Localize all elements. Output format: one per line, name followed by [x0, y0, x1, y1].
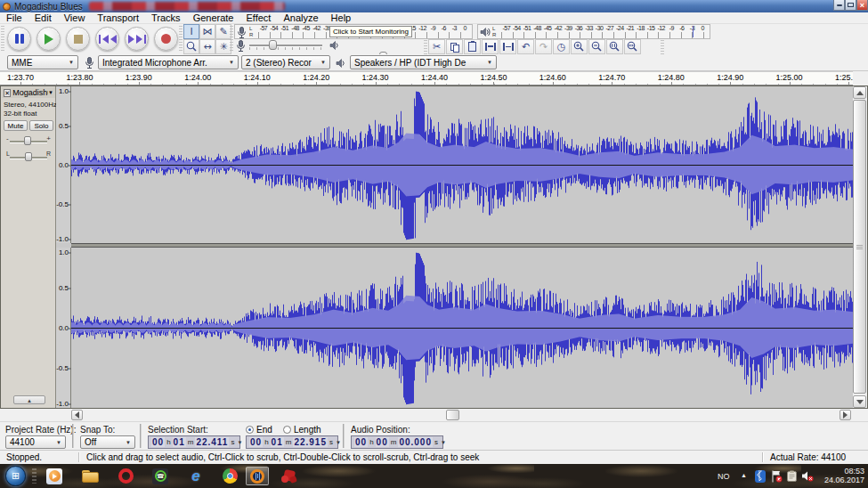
- gain-slider[interactable]: - +: [6, 134, 51, 147]
- waveform-right-channel[interactable]: [71, 248, 853, 408]
- amplitude-label: 0.5: [59, 284, 69, 292]
- amplitude-label: 0.0: [59, 324, 69, 332]
- show-hidden-icons[interactable]: ▲: [741, 472, 747, 478]
- vertical-scroll-thumb[interactable]: [853, 100, 866, 394]
- menu-analyze[interactable]: Analyze: [277, 12, 324, 24]
- length-radio[interactable]: Length: [283, 425, 321, 435]
- menu-transport[interactable]: Transport: [91, 12, 145, 24]
- recording-volume-slider[interactable]: [249, 39, 322, 51]
- track-collapse-button[interactable]: ▴: [13, 395, 45, 404]
- audio-host-select[interactable]: MME▼: [7, 55, 78, 69]
- zoom-fit-button[interactable]: [624, 39, 641, 54]
- project-rate-select[interactable]: 44100▼: [5, 435, 66, 449]
- undo-button[interactable]: ↶: [517, 39, 534, 54]
- zoom-in-button[interactable]: [571, 39, 588, 54]
- recording-meter[interactable]: LR -57-54-51-48-45-42-39-36-33-30-27-24-…: [234, 24, 473, 39]
- horizontal-scroll-thumb[interactable]: [446, 410, 459, 420]
- mute-button[interactable]: Mute: [4, 120, 28, 131]
- menu-effect[interactable]: Effect: [240, 12, 278, 24]
- copy-button[interactable]: [446, 39, 463, 54]
- pan-slider[interactable]: L R: [6, 150, 51, 163]
- menu-view[interactable]: View: [58, 12, 92, 24]
- horizontal-scrollbar[interactable]: [0, 409, 868, 421]
- playback-device-select[interactable]: Speakers / HP (IDT High De▼: [350, 55, 497, 69]
- zoom-tool[interactable]: [183, 39, 199, 54]
- language-indicator[interactable]: NO: [718, 472, 730, 481]
- input-device-icon: [85, 57, 94, 69]
- scroll-right-button[interactable]: [840, 410, 851, 420]
- edit-toolbar: ✂↶↷◷: [428, 39, 641, 54]
- recording-channels-select[interactable]: 2 (Stereo) Recor▼: [241, 55, 330, 69]
- taskbar-app-explorer[interactable]: [78, 467, 101, 485]
- timeline-label: 1:24.50: [480, 73, 507, 82]
- timeline-ruler[interactable]: 1:23.701:23.801:23.901:24.001:24.101:24.…: [0, 71, 853, 85]
- menu-tracks[interactable]: Tracks: [145, 12, 187, 24]
- amplitude-label: 0.0: [59, 161, 69, 169]
- pause-button[interactable]: [7, 27, 31, 51]
- envelope-tool[interactable]: ⋈: [199, 24, 215, 39]
- taskbar-app-ie[interactable]: e: [184, 467, 207, 485]
- selection-end-field[interactable]: 00h01m22.915s▼: [246, 435, 338, 449]
- zoom-selection-button[interactable]: [606, 39, 623, 54]
- play-button[interactable]: [37, 27, 61, 51]
- clipboard-icon[interactable]: [787, 470, 797, 484]
- toolbar-zone: I⋈✎↔✳ LR -57-54-51-48-45-42-39-36-33-30-…: [0, 24, 868, 54]
- cut-button[interactable]: ✂: [428, 39, 445, 54]
- vertical-ruler-right-channel[interactable]: 1.00.50.0-0.5-1.0: [56, 248, 71, 408]
- menu-edit[interactable]: Edit: [28, 12, 58, 24]
- flag-icon[interactable]: [771, 470, 783, 484]
- redo-button: ↷: [535, 39, 552, 54]
- scroll-up-button[interactable]: [853, 86, 866, 99]
- bluetooth-icon[interactable]: [755, 470, 766, 484]
- timeshift-tool[interactable]: ↔: [199, 39, 215, 54]
- track-format-info: Stereo, 44100Hz: [4, 101, 57, 109]
- record-button[interactable]: [154, 27, 178, 51]
- selection-start-field[interactable]: 00h01m22.411s▼: [148, 435, 240, 449]
- clock-date: 24.06.2017: [824, 476, 864, 484]
- end-radio[interactable]: End: [246, 425, 272, 435]
- playback-meter[interactable]: LR -57-54-51-48-45-42-39-36-33-30-27-24-…: [477, 24, 710, 39]
- speaker-muted-icon[interactable]: [801, 470, 814, 484]
- track-close-button[interactable]: ✕: [4, 89, 11, 97]
- rewind-button[interactable]: [95, 27, 119, 51]
- selection-tool[interactable]: I: [183, 24, 199, 39]
- vertical-scrollbar[interactable]: [853, 86, 867, 408]
- scroll-down-button[interactable]: [853, 395, 866, 408]
- device-toolbar: MME▼ Integrated Microphone Arr.▼ 2 (Ster…: [0, 54, 868, 71]
- start-button[interactable]: ⊞: [5, 466, 26, 486]
- sync-lock-button[interactable]: ◷: [553, 39, 570, 54]
- taskbar-app-wmp[interactable]: [43, 467, 66, 485]
- audacity-window: Mogadishu Blues × FileEditViewTransportT…: [0, 0, 868, 488]
- close-button[interactable]: ×: [856, 0, 868, 11]
- taskbar: ⊞ NO ▲ 08:53 24.06.2017 ☎e: [0, 464, 868, 488]
- forward-button[interactable]: [125, 27, 149, 51]
- minimize-button[interactable]: [833, 0, 845, 11]
- audio-position-label: Audio Position:: [351, 425, 410, 435]
- stop-button[interactable]: [66, 27, 90, 51]
- silence-button[interactable]: [499, 39, 516, 54]
- taskbar-app-opera[interactable]: [114, 467, 137, 485]
- maximize-button[interactable]: [845, 0, 856, 11]
- vertical-ruler-left-channel[interactable]: 1.00.50.0-0.5-1.0: [56, 86, 71, 243]
- solo-button[interactable]: Solo: [29, 120, 53, 131]
- track-menu-arrow-icon[interactable]: ▼: [48, 90, 55, 95]
- menu-help[interactable]: Help: [325, 12, 358, 24]
- status-hint: Click and drag to select audio, Ctrl-Cli…: [82, 451, 483, 463]
- zoom-out-button[interactable]: [588, 39, 605, 54]
- recording-device-select[interactable]: Integrated Microphone Arr.▼: [98, 55, 239, 69]
- audio-position-field[interactable]: 00h00m00.000s▼: [351, 435, 443, 449]
- paste-button[interactable]: [464, 39, 481, 54]
- snap-to-select[interactable]: Off▼: [80, 435, 135, 449]
- menu-generate[interactable]: Generate: [187, 12, 240, 24]
- taskbar-app-audacity[interactable]: [246, 467, 269, 485]
- taskbar-app-phone[interactable]: ☎: [149, 467, 172, 485]
- taskbar-clock[interactable]: 08:53 24.06.2017: [824, 467, 864, 484]
- monitoring-tooltip[interactable]: Click to Start Monitoring: [329, 26, 412, 37]
- taskbar-app-chrome[interactable]: [218, 467, 241, 485]
- trim-button[interactable]: [482, 39, 499, 54]
- microphone-icon: [237, 27, 247, 38]
- scroll-left-button[interactable]: [71, 410, 83, 420]
- waveform-left-channel[interactable]: [71, 86, 853, 243]
- taskbar-app-plugin[interactable]: [278, 467, 301, 485]
- menu-file[interactable]: File: [0, 12, 28, 24]
